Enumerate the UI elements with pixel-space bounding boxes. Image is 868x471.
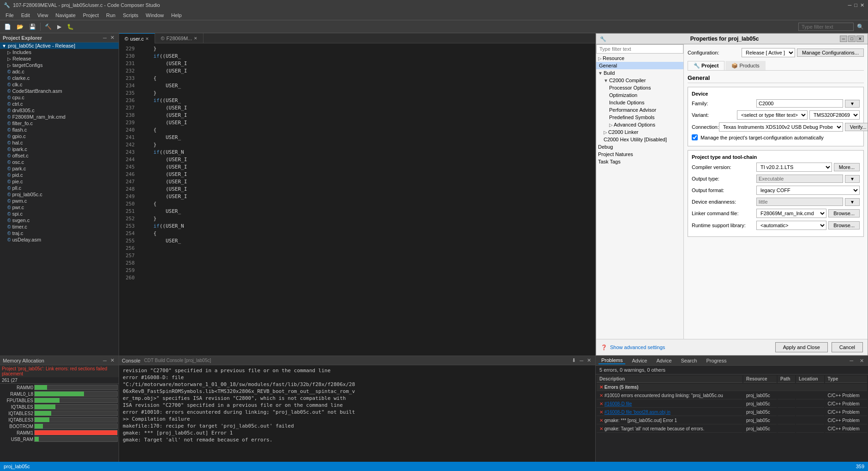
table-row[interactable]: ✕ #10010 errors encountered during linki…: [597, 392, 867, 399]
menu-navigate[interactable]: Navigate: [52, 12, 79, 19]
nav-item-performance-advisor[interactable]: Performance Advisor: [596, 106, 683, 114]
nav-item-processor-options[interactable]: Processor Options: [596, 84, 683, 91]
family-browse-btn[interactable]: ▼: [845, 100, 860, 108]
nav-item-c2000-hex-utility[interactable]: C2000 Hex Utility [Disabled]: [596, 136, 683, 143]
tree-item-gpio[interactable]: © gpio.c: [0, 133, 119, 139]
menu-help[interactable]: Help: [168, 12, 186, 19]
cancel-btn[interactable]: Cancel: [832, 342, 863, 352]
problems-close[interactable]: ✕: [858, 357, 865, 364]
filter-input[interactable]: [798, 23, 854, 31]
tree-item-pid[interactable]: © pid.c: [0, 172, 119, 178]
table-row[interactable]: ✕ gmake: *** [proj_lab05c.out] Error 1 p…: [597, 417, 867, 424]
linker-command-browse-btn[interactable]: Browse...: [828, 209, 860, 217]
tree-item-includes[interactable]: ▷ Includes: [0, 49, 119, 55]
panel-minimize-btn[interactable]: ─: [102, 34, 108, 41]
nav-item-c2000-compiler[interactable]: ▼ C2000 Compiler: [596, 77, 683, 84]
error-link[interactable]: #16008-D file: [605, 401, 632, 406]
tree-item-ipark[interactable]: © ipark.c: [0, 146, 119, 152]
toolbar-save[interactable]: 💾: [27, 22, 38, 31]
panel-close-btn[interactable]: ✕: [109, 34, 116, 41]
tree-item-pwr[interactable]: © pwr.c: [0, 204, 119, 211]
variant-select2[interactable]: TMS320F28069: [809, 110, 860, 120]
tree-item-targetconfigs[interactable]: ▷ targetConfigs: [0, 62, 119, 68]
menu-scripts[interactable]: Scripts: [119, 12, 142, 19]
tree-item-adc[interactable]: © adc.c: [0, 68, 119, 75]
tab-close-icon[interactable]: ✕: [145, 36, 149, 41]
menu-run[interactable]: Run: [102, 12, 119, 19]
nav-item-predefined-symbols[interactable]: Predefined Symbols: [596, 114, 683, 121]
dialog-maximize-btn[interactable]: □: [848, 36, 856, 42]
nav-item-general[interactable]: General: [596, 62, 683, 69]
output-type-dropdown[interactable]: ▼: [845, 175, 860, 183]
compiler-version-select[interactable]: TI v20.2.1.LTS: [756, 163, 832, 172]
console-close[interactable]: ✕: [586, 357, 593, 364]
apply-close-btn[interactable]: Apply and Close: [775, 342, 828, 352]
tree-item-park[interactable]: © park.c: [0, 165, 119, 172]
menu-view[interactable]: View: [34, 12, 52, 19]
nav-item-resource[interactable]: ▷ Resource: [596, 54, 683, 62]
nav-item-project-natures[interactable]: Project Natures: [596, 151, 683, 158]
nav-item-include-options[interactable]: Include Options: [596, 99, 683, 106]
nav-item-task-tags[interactable]: Task Tags: [596, 158, 683, 165]
tree-item-release[interactable]: ▷ Release: [0, 55, 119, 62]
manage-configurations-btn[interactable]: Manage Configurations...: [797, 48, 864, 57]
tree-item-filter-fo[interactable]: © filter_fo.c: [0, 120, 119, 127]
tree-item-svgen[interactable]: © svgen.c: [0, 217, 119, 223]
nav-item-optimization[interactable]: Optimization: [596, 91, 683, 99]
runtime-support-browse-btn[interactable]: Browse...: [828, 221, 860, 229]
menu-edit[interactable]: Edit: [18, 12, 34, 19]
toolbar-run[interactable]: ▶: [55, 22, 64, 31]
window-maximize[interactable]: □: [854, 2, 857, 8]
tab-project[interactable]: 🔧 Project: [688, 61, 724, 70]
tree-item-hal[interactable]: © hal.c: [0, 139, 119, 146]
tree-item-f28069m[interactable]: © F28069M_ram_lnk.cmd: [0, 114, 119, 120]
tree-item-clarke[interactable]: © clarke.c: [0, 75, 119, 81]
table-row[interactable]: ✕ #16008-D file 'boot28.asm.obj in proj_…: [597, 409, 867, 416]
tree-item-codestartbranch[interactable]: © CodeStartBranch.asm: [0, 88, 119, 94]
editor-tab-f28069m[interactable]: © F28069M... ✕: [155, 33, 204, 43]
tree-item-offset[interactable]: © offset.c: [0, 152, 119, 159]
tree-item-spi[interactable]: © spi.c: [0, 211, 119, 217]
runtime-support-select[interactable]: <automatic>: [756, 221, 826, 230]
tree-item-proj-lab05c[interactable]: © proj_lab05c.c: [0, 191, 119, 198]
error-link[interactable]: #16008-D file 'boot28.asm.obj in: [605, 410, 670, 415]
tree-item-cpu[interactable]: © cpu.c: [0, 94, 119, 101]
table-row[interactable]: ✕ #16008-D file proj_lab05c C/C++ Proble…: [597, 400, 867, 408]
tree-item-drv8305[interactable]: © drv8305.c: [0, 107, 119, 114]
variant-select1[interactable]: <select or type filter text>: [737, 110, 808, 120]
problems-tab-advice1[interactable]: Advice: [629, 357, 650, 364]
problems-tab-problems[interactable]: Problems: [599, 357, 625, 364]
toolbar-new[interactable]: 📄: [2, 22, 13, 31]
nav-item-debug[interactable]: Debug: [596, 143, 683, 151]
problems-tab-search[interactable]: Search: [678, 357, 700, 364]
toolbar-debug[interactable]: 🐛: [65, 22, 76, 31]
memory-panel-close[interactable]: ✕: [109, 357, 116, 364]
table-row[interactable]: ✕ gmake: Target 'all' not remade because…: [597, 425, 867, 433]
tree-item-usdelay[interactable]: © usDelay.asm: [0, 236, 119, 243]
tree-item-ctrl[interactable]: © ctrl.c: [0, 101, 119, 107]
endianness-dropdown[interactable]: ▼: [845, 198, 860, 206]
problems-tab-advice2[interactable]: Advice: [654, 357, 675, 364]
tree-item-pie[interactable]: © pie.c: [0, 178, 119, 185]
nav-filter-input[interactable]: [596, 44, 683, 54]
problems-tab-progress[interactable]: Progress: [703, 357, 729, 364]
console-minimize[interactable]: ─: [578, 357, 585, 364]
editor-tab-userc[interactable]: © user.c ✕: [119, 33, 155, 43]
manage-target-checkbox[interactable]: [692, 134, 698, 140]
show-advanced-settings-link[interactable]: ❓ Show advanced settings: [601, 344, 665, 350]
linker-command-select[interactable]: F28069M_ram_lnk.cmd: [756, 209, 826, 218]
window-minimize[interactable]: ─: [848, 2, 852, 8]
tree-item-flash[interactable]: © flash.c: [0, 127, 119, 133]
nav-item-c2000-linker[interactable]: ▷ C2000 Linker: [596, 128, 683, 136]
configuration-select[interactable]: Release [ Active ]: [742, 48, 795, 57]
console-clear-btn[interactable]: ⬇: [570, 357, 577, 364]
memory-panel-minimize[interactable]: ─: [102, 357, 108, 364]
dialog-minimize-btn[interactable]: ─: [840, 36, 847, 42]
tree-item-traj[interactable]: © traj.c: [0, 230, 119, 236]
family-input[interactable]: [756, 99, 843, 108]
toolbar-open[interactable]: 📂: [14, 22, 26, 31]
dialog-close-btn[interactable]: ✕: [856, 36, 864, 42]
toolbar-build[interactable]: 🔨: [42, 22, 54, 31]
tab-close-icon[interactable]: ✕: [194, 36, 198, 41]
connection-select[interactable]: Texas Instruments XDS100v2 USB Debug Pro…: [719, 122, 843, 132]
